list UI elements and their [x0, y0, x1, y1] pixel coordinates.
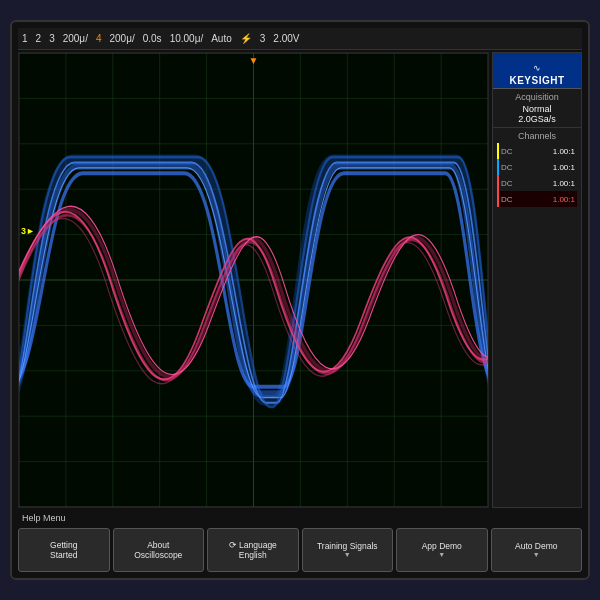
about-oscilloscope-button[interactable]: AboutOscilloscope [113, 528, 205, 572]
acquisition-label: Acquisition [497, 92, 577, 102]
training-signals-button[interactable]: Training Signals▼ [302, 528, 394, 572]
time-offset: 0.0s [143, 33, 162, 44]
btn-group-training: Training Signals▼ [302, 528, 394, 572]
oscilloscope-ui: 1 2 3 200μ/ 4 200μ/ 0.0s 10.00μ/ Auto ⚡ … [0, 0, 600, 600]
ch3-row[interactable]: DC 1.00:1 [497, 175, 577, 191]
ch4-scale: 1.00:1 [553, 195, 575, 204]
ch1-scale: 1.00:1 [553, 147, 575, 156]
ch4-indicator[interactable]: 4 [96, 33, 102, 44]
ch1-marker: 3► [21, 226, 35, 236]
ch3-coupling: DC [501, 179, 513, 188]
ch2-row[interactable]: DC 1.00:1 [497, 159, 577, 175]
ch4-coupling: DC [501, 195, 513, 204]
getting-started-button[interactable]: GettingStarted [18, 528, 110, 572]
trigger-icon: ⚡ [240, 33, 252, 44]
help-menu-bar: Help Menu [18, 510, 582, 526]
acquisition-section: Acquisition Normal 2.0GSa/s [493, 89, 581, 128]
trigger-ch: 3 [260, 33, 266, 44]
time-scale: 10.00μ/ [170, 33, 204, 44]
keysight-logo-area: ∿ KEYSIGHT [493, 53, 581, 89]
ch1-row[interactable]: DC 1.00:1 [497, 143, 577, 159]
btn-group-getting-started: GettingStarted [18, 528, 110, 572]
channels-label: Channels [497, 131, 577, 141]
ch3-scale: 200μ/ [63, 33, 88, 44]
language-button[interactable]: ⟳ LanguageEnglish [207, 528, 299, 572]
trigger-mode: Auto [211, 33, 232, 44]
ch1-coupling: DC [501, 147, 513, 156]
btn-group-app-demo: App Demo▼ [396, 528, 488, 572]
trigger-marker: ▼ [249, 55, 259, 66]
ch2-indicator[interactable]: 2 [36, 33, 42, 44]
app-demo-button[interactable]: App Demo▼ [396, 528, 488, 572]
keysight-wave-icon: ∿ [533, 63, 541, 73]
ch1-indicator[interactable]: 1 [22, 33, 28, 44]
trigger-level: 2.00V [273, 33, 299, 44]
btn-group-about: AboutOscilloscope [113, 528, 205, 572]
btn-group-language: ⟳ LanguageEnglish [207, 528, 299, 572]
sidebar: ∿ KEYSIGHT Acquisition Normal 2.0GSa/s C… [492, 52, 582, 508]
btn-group-auto-demo: Auto Demo▼ [491, 528, 583, 572]
ch2-scale: 1.00:1 [553, 163, 575, 172]
main-area: ▼ 3► ∿ KEYSIGHT Acquisition Normal 2.0GS… [18, 52, 582, 508]
acquisition-mode: Normal [497, 104, 577, 114]
auto-demo-button[interactable]: Auto Demo▼ [491, 528, 583, 572]
osc-display: ▼ 3► [18, 52, 489, 508]
scope-body: 1 2 3 200μ/ 4 200μ/ 0.0s 10.00μ/ Auto ⚡ … [10, 20, 590, 580]
ch3-scale: 1.00:1 [553, 179, 575, 188]
blue-wave-svg [19, 53, 488, 507]
bottom-buttons: GettingStarted AboutOscilloscope ⟳ Langu… [18, 528, 582, 572]
help-menu-label: Help Menu [22, 513, 66, 523]
acquisition-rate: 2.0GSa/s [497, 114, 577, 124]
ch4-scale: 200μ/ [109, 33, 134, 44]
ch4-row[interactable]: DC 1.00:1 [497, 191, 577, 207]
ch3-indicator[interactable]: 3 [49, 33, 55, 44]
top-toolbar: 1 2 3 200μ/ 4 200μ/ 0.0s 10.00μ/ Auto ⚡ … [18, 28, 582, 50]
keysight-logo-text: KEYSIGHT [497, 75, 577, 86]
ch2-coupling: DC [501, 163, 513, 172]
channels-section: Channels DC 1.00:1 DC 1.00:1 DC 1.00:1 [493, 128, 581, 507]
